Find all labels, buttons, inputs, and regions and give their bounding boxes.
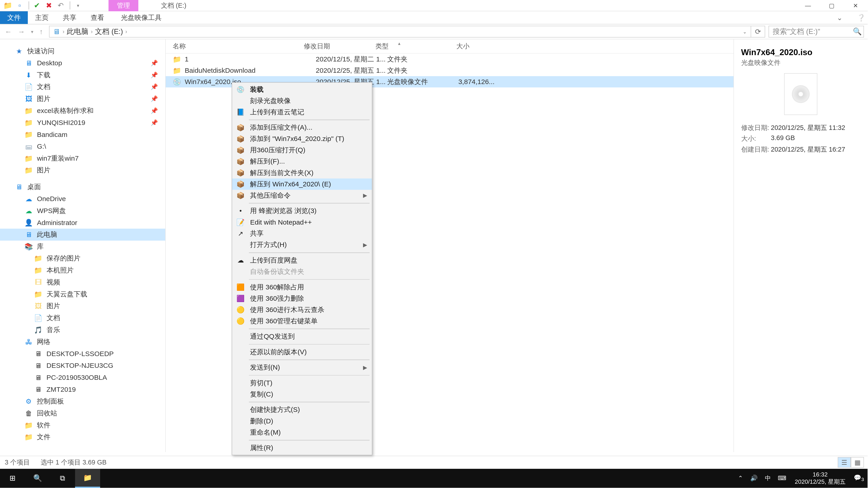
address-dropdown-icon[interactable]: ⌄ <box>739 26 751 38</box>
col-name[interactable]: 名称 <box>166 42 297 51</box>
nav-lib-item[interactable]: 📁保存的图片 <box>0 253 165 265</box>
nav-item[interactable]: 📁软件 <box>0 419 165 431</box>
nav-quick-item[interactable]: 📁YUNQISHI2019📌 <box>0 117 165 129</box>
col-date[interactable]: 修改日期 <box>297 42 368 51</box>
context-menu-item[interactable]: 创建快捷方式(S) <box>232 404 372 416</box>
ime-indicator[interactable]: 中 <box>761 474 774 482</box>
nav-quick-item[interactable]: 📁win7重装win7 <box>0 153 165 164</box>
context-menu-item[interactable]: 📦解压到 Win7x64_2020\ (E) <box>232 178 372 190</box>
nav-quick-item[interactable]: 📁Bandicam <box>0 129 165 140</box>
nav-forward-icon[interactable]: → <box>18 28 25 36</box>
context-menu-item[interactable]: 📘上传到有道云笔记 <box>232 106 372 118</box>
nav-item[interactable]: 👤Administrator <box>0 217 165 229</box>
nav-lib-item[interactable]: 🎞视频 <box>0 276 165 288</box>
nav-quick-item[interactable]: 📁excel表格制作求和📌 <box>0 105 165 117</box>
context-menu-item[interactable]: 📦解压到(F)... <box>232 156 372 167</box>
tab-view[interactable]: 查看 <box>84 11 112 24</box>
check-icon[interactable]: ✔ <box>32 1 42 10</box>
details-view-button[interactable]: ☰ <box>838 457 851 468</box>
ime-icon[interactable]: ⌨ <box>774 475 790 482</box>
context-menu-item[interactable]: 📦其他压缩命令▶ <box>232 190 372 201</box>
task-view-button[interactable]: ⧉ <box>50 469 75 488</box>
nav-lib-item[interactable]: 🎵音乐 <box>0 324 165 336</box>
context-menu-item[interactable]: 📝Edit with Notepad++ <box>232 217 372 228</box>
ribbon-expand-icon[interactable]: ⌄ <box>830 11 850 24</box>
nav-quick-item[interactable]: 🖼图片📌 <box>0 93 165 105</box>
start-button[interactable]: ⊞ <box>0 469 25 488</box>
context-menu-item[interactable]: ☁上传到百度网盘 <box>232 255 372 266</box>
context-menu-item[interactable]: 📦解压到当前文件夹(X) <box>232 167 372 178</box>
context-menu-item[interactable]: 属性(R) <box>232 442 372 454</box>
context-menu-item[interactable]: ↗共享 <box>232 228 372 239</box>
context-menu-item[interactable]: 📦用360压缩打开(Q) <box>232 144 372 156</box>
nav-back-icon[interactable]: ← <box>5 28 12 36</box>
tab-home[interactable]: 主页 <box>28 11 56 24</box>
nav-net-item[interactable]: 🖥ZMT2019 <box>0 384 165 396</box>
nav-network[interactable]: 🖧网络 <box>0 336 165 348</box>
nav-item[interactable]: ☁WPS网盘 <box>0 205 165 217</box>
explorer-taskbar-icon[interactable]: 📁 <box>75 469 100 488</box>
nav-lib-item[interactable]: 📄文档 <box>0 312 165 324</box>
file-row[interactable]: 📁 BaiduNetdiskDownload 2020/12/25, 星期五 1… <box>166 65 734 76</box>
nav-recycle-bin[interactable]: 🗑回收站 <box>0 408 165 419</box>
context-menu-item[interactable]: 📦添加到压缩文件(A)... <box>232 122 372 133</box>
nav-net-item[interactable]: 🖥DESKTOP-LSSOEDP <box>0 348 165 360</box>
delete-icon[interactable]: ✖ <box>43 1 54 10</box>
context-menu-item[interactable]: 通过QQ发送到 <box>232 331 372 342</box>
save-icon[interactable]: ▫ <box>14 1 25 10</box>
nav-lib-item[interactable]: 📁天翼云盘下载 <box>0 288 165 300</box>
context-menu-item[interactable]: 重命名(M) <box>232 427 372 438</box>
context-menu-item[interactable]: 🟪使用 360强力删除 <box>232 293 372 304</box>
clock[interactable]: 16:32 2020/12/25, 星期五 <box>790 471 850 485</box>
nav-this-pc[interactable]: 🖥此电脑 <box>0 229 165 240</box>
nav-net-item[interactable]: 🖥PC-20190530OBLA <box>0 372 165 384</box>
refresh-icon[interactable]: ⟳ <box>751 26 765 38</box>
icons-view-button[interactable]: ▦ <box>851 457 864 468</box>
nav-quick-access[interactable]: ★快速访问 <box>0 45 165 57</box>
nav-quick-item[interactable]: 📄文档📌 <box>0 81 165 93</box>
context-menu-item[interactable]: 删除(D) <box>232 416 372 427</box>
nav-libraries[interactable]: 📚库 <box>0 240 165 253</box>
context-menu-item[interactable]: 🟧使用 360解除占用 <box>232 282 372 293</box>
dropdown-icon[interactable]: ▾ <box>72 1 83 10</box>
nav-net-item[interactable]: 🖥DESKTOP-NJEU3CG <box>0 360 165 372</box>
search-input[interactable]: 搜索"文档 (E:)" <box>769 26 864 38</box>
nav-control-panel[interactable]: ⚙控制面板 <box>0 395 165 408</box>
undo-icon[interactable]: ↶ <box>55 1 66 10</box>
tab-file[interactable]: 文件 <box>0 11 28 24</box>
tab-iso-tools[interactable]: 光盘映像工具 <box>114 11 169 24</box>
context-menu-item[interactable]: 发送到(N)▶ <box>232 362 372 373</box>
col-size[interactable]: 大小 <box>428 42 482 51</box>
context-menu-item[interactable]: 打开方式(H)▶ <box>232 239 372 251</box>
nav-item[interactable]: ☁OneDrive <box>0 193 165 205</box>
maximize-button[interactable]: ▢ <box>820 0 844 11</box>
context-menu-item[interactable]: 还原以前的版本(V) <box>232 346 372 358</box>
nav-quick-item[interactable]: 🖴G:\ <box>0 140 165 153</box>
nav-quick-item[interactable]: 📁图片 <box>0 164 165 176</box>
context-menu-item[interactable]: •用 蜂蜜浏览器 浏览(3) <box>232 205 372 217</box>
minimize-button[interactable]: — <box>796 0 820 11</box>
breadcrumb[interactable]: 🖥 › 此电脑 › 文档 (E:) › <box>49 26 739 38</box>
nav-item[interactable]: 📁文件 <box>0 431 165 443</box>
context-menu-item[interactable]: 📦添加到 "Win7x64_2020.zip" (T) <box>232 133 372 144</box>
search-button[interactable]: 🔍 <box>25 469 50 488</box>
breadcrumb-folder[interactable]: 文档 (E:) <box>95 27 123 36</box>
search-icon[interactable]: 🔍 <box>853 27 862 36</box>
help-icon[interactable]: ❔ <box>850 11 868 24</box>
action-center-icon[interactable]: 💬3 <box>850 474 868 482</box>
tray-overflow-icon[interactable]: ⌃ <box>735 475 747 482</box>
context-menu-item[interactable]: 刻录光盘映像 <box>232 95 372 106</box>
nav-lib-item[interactable]: 🖼图片 <box>0 300 165 312</box>
nav-history-icon[interactable]: ▾ <box>31 29 33 35</box>
breadcrumb-pc[interactable]: 此电脑 <box>67 27 88 36</box>
context-menu-item[interactable]: 💿装载 <box>232 84 372 95</box>
nav-quick-item[interactable]: 🖥Desktop📌 <box>0 57 165 69</box>
context-menu-item[interactable]: 复制(C) <box>232 389 372 400</box>
nav-desktop[interactable]: 🖥桌面 <box>0 181 165 193</box>
context-menu-item[interactable]: 🟡使用 360进行木马云查杀 <box>232 304 372 315</box>
tab-share[interactable]: 共享 <box>56 11 84 24</box>
close-button[interactable]: ✕ <box>844 0 868 11</box>
file-row[interactable]: 📁 1 2020/12/15, 星期二 1... 文件夹 <box>166 54 734 65</box>
nav-quick-item[interactable]: ⬇下载📌 <box>0 69 165 81</box>
context-menu-item[interactable]: 剪切(T) <box>232 377 372 389</box>
